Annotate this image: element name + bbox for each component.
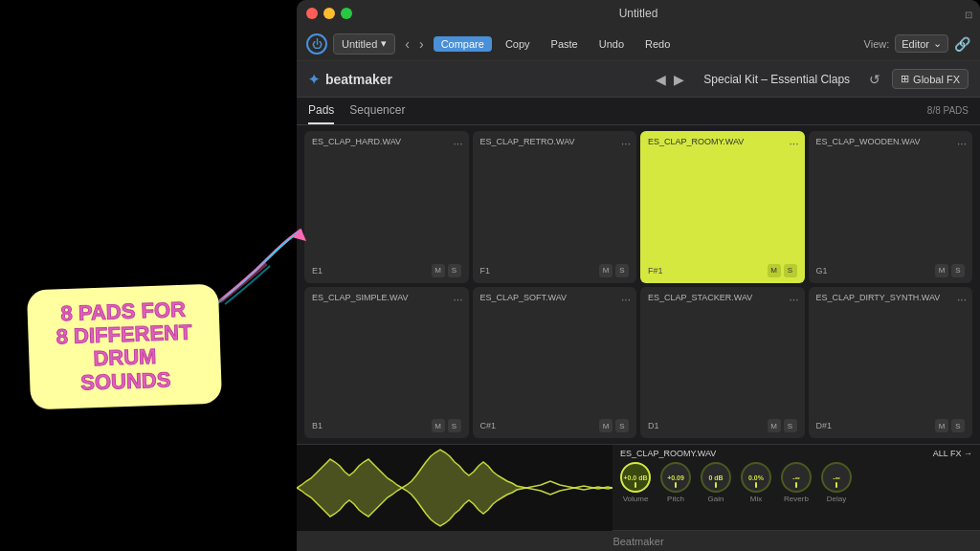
pad-ms-buttons: M S	[768, 264, 797, 277]
knob-gain[interactable]: 0 dB	[701, 462, 731, 493]
pad-2[interactable]: ES_CLAP_ROOMY.WAV ··· F#1 M S	[640, 131, 805, 283]
knob-label: Reverb	[784, 495, 809, 503]
knob-label: Mix	[750, 495, 762, 503]
solo-button[interactable]: S	[615, 264, 629, 277]
knob-indicator	[835, 482, 837, 488]
pad-footer: C#1 M S	[480, 419, 630, 432]
pad-name: ES_CLAP_SOFT.WAV	[480, 293, 630, 304]
knob-value: -∞	[833, 474, 839, 481]
tab-sequencer[interactable]: Sequencer	[349, 103, 405, 124]
pad-name: ES_CLAP_HARD.WAV	[312, 137, 461, 148]
copy-button[interactable]: Copy	[498, 36, 538, 52]
pad-options-icon[interactable]: ···	[621, 293, 631, 306]
pad-options-icon[interactable]: ···	[621, 137, 631, 150]
pad-ms-buttons: M S	[599, 264, 629, 277]
pad-ms-buttons: M S	[432, 419, 461, 432]
sample-name: ES_CLAP_ROOMY.WAV	[620, 449, 716, 458]
redo-button[interactable]: Redo	[637, 36, 678, 52]
window-resize-btn[interactable]: ⊡	[965, 5, 972, 22]
pad-note: D#1	[816, 421, 833, 430]
pad-options-icon[interactable]: ···	[957, 293, 967, 306]
pad-3[interactable]: ES_CLAP_WOODEN.WAV ··· G1 M S	[809, 131, 973, 283]
mute-button[interactable]: M	[599, 419, 612, 432]
knob-group-volume: +0.0 dB Volume	[620, 462, 651, 503]
solo-button[interactable]: S	[615, 419, 629, 432]
solo-button[interactable]: S	[951, 419, 965, 432]
pad-footer: F1 M S	[480, 264, 630, 277]
pad-7[interactable]: ES_CLAP_DIRTY_SYNTH.WAV ··· D#1 M S	[809, 287, 973, 439]
pad-name: ES_CLAP_STACKER.WAV	[648, 293, 797, 304]
knob-indicator	[755, 482, 757, 488]
document-name[interactable]: Untitled ▾	[333, 33, 395, 55]
beatmaker-name: beatmaker	[325, 72, 392, 87]
pad-options-icon[interactable]: ···	[789, 293, 798, 306]
bottom-bar: Beatmaker	[297, 530, 980, 551]
back-button[interactable]: ‹	[401, 34, 413, 54]
pad-options-icon[interactable]: ···	[453, 293, 462, 306]
prev-kit-button[interactable]: ◀	[656, 72, 666, 87]
pad-note: F#1	[648, 266, 663, 276]
pad-ms-buttons: M S	[599, 419, 629, 432]
bottom-panel: // Generated inline via template ES_CLAP…	[297, 444, 980, 530]
pad-options-icon[interactable]: ···	[957, 137, 967, 150]
link-icon[interactable]: 🔗	[954, 36, 970, 52]
beatmaker-footer-title: Beatmaker	[612, 536, 663, 547]
pad-options-icon[interactable]: ···	[789, 137, 798, 150]
undo-button[interactable]: Undo	[591, 36, 632, 52]
knob-mix[interactable]: 0.0%	[741, 462, 771, 493]
dropdown-icon: ▾	[381, 37, 387, 50]
mute-button[interactable]: M	[935, 419, 948, 432]
pad-name: ES_CLAP_DIRTY_SYNTH.WAV	[816, 293, 966, 304]
solo-button[interactable]: S	[784, 419, 797, 432]
mute-button[interactable]: M	[768, 264, 781, 277]
compare-button[interactable]: Compare	[434, 36, 492, 52]
pad-5[interactable]: ES_CLAP_SOFT.WAV ··· C#1 M S	[473, 287, 637, 439]
forward-button[interactable]: ›	[415, 34, 428, 54]
tab-pads[interactable]: Pads	[308, 103, 334, 124]
all-fx-button[interactable]: ALL FX →	[933, 449, 972, 458]
pad-footer: D#1 M S	[816, 419, 966, 432]
pad-options-icon[interactable]: ···	[453, 137, 462, 150]
pad-name: ES_CLAP_RETRO.WAV	[480, 137, 630, 148]
pad-ms-buttons: M S	[935, 264, 965, 277]
knob-label: Volume	[623, 495, 649, 503]
pad-0[interactable]: ES_CLAP_HARD.WAV ··· E1 M S	[304, 131, 469, 283]
mute-button[interactable]: M	[599, 264, 612, 277]
solo-button[interactable]: S	[448, 264, 461, 277]
knob-reverb[interactable]: -∞	[781, 462, 812, 493]
mute-button[interactable]: M	[768, 419, 781, 432]
maximize-button[interactable]	[341, 8, 352, 19]
view-label: View:	[864, 38, 890, 50]
knob-delay[interactable]: -∞	[821, 462, 852, 493]
knob-indicator	[715, 482, 717, 488]
pad-footer: E1 M S	[312, 264, 461, 277]
pad-footer: D1 M S	[648, 419, 797, 432]
refresh-button[interactable]: ↺	[869, 72, 880, 87]
mute-button[interactable]: M	[935, 264, 948, 277]
pad-note: C#1	[480, 421, 497, 430]
pad-6[interactable]: ES_CLAP_STACKER.WAV ··· D1 M S	[640, 287, 805, 439]
close-button[interactable]	[306, 8, 318, 19]
solo-button[interactable]: S	[448, 419, 461, 432]
pad-4[interactable]: ES_CLAP_SIMPLE.WAV ··· B1 M S	[304, 287, 469, 439]
pad-1[interactable]: ES_CLAP_RETRO.WAV ··· F1 M S	[473, 131, 637, 283]
view-select[interactable]: Editor ⌄	[895, 34, 948, 53]
waveform-display: // Generated inline via template	[297, 445, 612, 531]
global-fx-button[interactable]: ⊞ Global FX	[892, 69, 969, 89]
knob-volume[interactable]: +0.0 dB	[620, 462, 651, 493]
knob-indicator	[795, 482, 797, 488]
pads-count: 8/8 PADS	[927, 105, 969, 116]
solo-button[interactable]: S	[784, 264, 797, 277]
solo-button[interactable]: S	[951, 264, 965, 277]
knob-pitch[interactable]: +0.09	[660, 462, 691, 493]
next-kit-button[interactable]: ▶	[674, 72, 684, 87]
mute-button[interactable]: M	[432, 419, 445, 432]
controls-area: ES_CLAP_ROOMY.WAV ALL FX → +0.0 dB Volum…	[612, 445, 980, 530]
power-button[interactable]: ⏻	[306, 33, 327, 55]
knob-indicator	[635, 482, 636, 488]
pad-name: ES_CLAP_ROOMY.WAV	[648, 137, 797, 148]
mute-button[interactable]: M	[432, 264, 445, 277]
paste-button[interactable]: Paste	[544, 36, 586, 52]
minimize-button[interactable]	[323, 8, 335, 19]
knob-group-reverb: -∞ Reverb	[781, 462, 812, 503]
